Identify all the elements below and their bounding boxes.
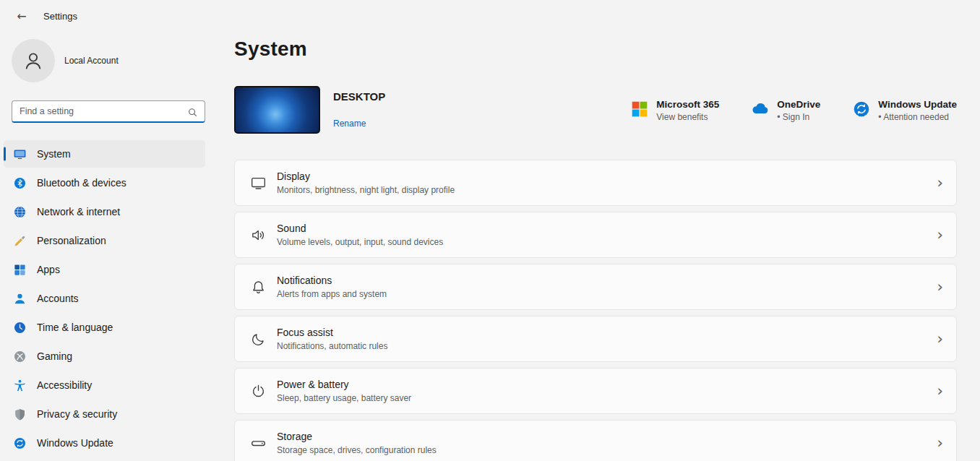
status-microsoft-365[interactable]: Microsoft 365 View benefits xyxy=(630,99,719,122)
chevron-right-icon: › xyxy=(937,228,943,243)
setting-subtitle: Notifications, automatic rules xyxy=(277,341,387,351)
device-info: DESKTOP Rename xyxy=(333,86,385,129)
update-icon xyxy=(852,100,871,119)
clock-icon xyxy=(13,321,27,335)
setting-row-storage[interactable]: Storage Storage space, drives, configura… xyxy=(234,420,957,461)
sidebar-item-accounts[interactable]: Accounts xyxy=(4,285,205,312)
sidebar-item-apps[interactable]: Apps xyxy=(4,256,205,283)
search-box xyxy=(12,100,205,123)
chevron-right-icon: › xyxy=(937,176,943,191)
moon-icon xyxy=(249,330,267,348)
account-row[interactable]: Local Account xyxy=(12,39,205,82)
settings-list: Display Monitors, brightness, night ligh… xyxy=(234,160,957,461)
search-icon[interactable] xyxy=(184,103,201,121)
sidebar-item-gaming[interactable]: Gaming xyxy=(4,342,205,370)
setting-row-display[interactable]: Display Monitors, brightness, night ligh… xyxy=(234,160,957,206)
sidebar-item-label: Privacy & security xyxy=(37,408,117,420)
status-group: Microsoft 365 View benefits OneDrive • S… xyxy=(630,86,957,122)
status-subtitle: • Attention needed xyxy=(878,112,957,122)
sidebar-item-time-language[interactable]: Time & language xyxy=(4,314,205,341)
sidebar-item-label: Network & internet xyxy=(37,206,120,217)
setting-title: Power & battery xyxy=(277,379,411,390)
status-windows-update[interactable]: Windows Update • Attention needed xyxy=(852,99,957,122)
app-title: Settings xyxy=(43,11,77,22)
apps-grid-icon xyxy=(13,263,27,277)
setting-subtitle: Monitors, brightness, night light, displ… xyxy=(277,185,455,195)
main-content: System DESKTOP Rename Microsoft 365 View… xyxy=(217,0,980,461)
sidebar-item-bluetooth-devices[interactable]: Bluetooth & devices xyxy=(4,169,205,197)
status-title: Windows Update xyxy=(878,99,957,110)
setting-row-focus-assist[interactable]: Focus assist Notifications, automatic ru… xyxy=(234,316,957,362)
sidebar-item-system[interactable]: System xyxy=(4,140,205,168)
device-thumbnail xyxy=(234,86,320,134)
speaker-icon xyxy=(249,226,267,244)
sidebar-item-label: Personalization xyxy=(37,235,106,246)
shield-icon xyxy=(13,408,27,421)
setting-title: Storage xyxy=(277,431,437,442)
setting-title: Sound xyxy=(277,223,443,234)
bluetooth-icon xyxy=(13,176,27,190)
sidebar-nav: System Bluetooth & devices Network & int… xyxy=(4,140,213,458)
sidebar-item-label: Accessibility xyxy=(37,379,92,391)
sidebar-item-network-internet[interactable]: Network & internet xyxy=(4,198,205,225)
device-header: DESKTOP Rename Microsoft 365 View benefi… xyxy=(234,86,957,134)
sidebar-item-label: Gaming xyxy=(37,350,72,362)
chevron-right-icon: › xyxy=(937,384,943,399)
titlebar: ← Settings xyxy=(0,0,217,32)
person-icon xyxy=(22,50,44,72)
setting-title: Focus assist xyxy=(277,327,387,338)
status-title: Microsoft 365 xyxy=(656,99,719,110)
sidebar-item-label: Bluetooth & devices xyxy=(37,177,126,189)
power-icon xyxy=(249,382,267,400)
person-icon xyxy=(13,292,27,306)
back-button[interactable]: ← xyxy=(12,6,32,26)
status-subtitle: • Sign In xyxy=(777,112,820,122)
sidebar-item-accessibility[interactable]: Accessibility xyxy=(4,371,205,399)
setting-title: Display xyxy=(277,171,455,182)
sidebar: ← Settings Local Account xyxy=(0,0,217,461)
rename-link[interactable]: Rename xyxy=(333,119,385,129)
microsoft-logo-icon xyxy=(630,100,649,119)
xbox-icon xyxy=(13,350,27,363)
avatar xyxy=(12,39,55,82)
setting-title: Notifications xyxy=(277,275,387,286)
chevron-right-icon: › xyxy=(937,280,943,295)
update-icon xyxy=(13,436,27,450)
setting-subtitle: Storage space, drives, configuration rul… xyxy=(277,445,437,455)
settings-window: ← Settings Local Account xyxy=(0,0,980,461)
sidebar-item-personalization[interactable]: Personalization xyxy=(4,227,205,254)
sidebar-item-label: Accounts xyxy=(37,293,79,304)
setting-subtitle: Volume levels, output, input, sound devi… xyxy=(277,237,443,247)
sidebar-item-label: Windows Update xyxy=(37,437,113,449)
status-title: OneDrive xyxy=(777,99,820,110)
device-name: DESKTOP xyxy=(333,90,385,103)
page-title: System xyxy=(234,38,957,61)
globe-icon xyxy=(13,205,27,219)
system-icon xyxy=(13,147,27,161)
drive-icon xyxy=(249,434,267,452)
chevron-right-icon: › xyxy=(937,332,943,347)
bell-icon xyxy=(249,278,267,296)
setting-subtitle: Alerts from apps and system xyxy=(277,289,387,299)
selected-indicator xyxy=(4,147,6,161)
setting-row-notifications[interactable]: Notifications Alerts from apps and syste… xyxy=(234,264,957,310)
onedrive-cloud-icon xyxy=(751,100,770,119)
status-subtitle: View benefits xyxy=(656,112,719,122)
sidebar-item-label: System xyxy=(37,148,71,160)
sidebar-item-label: Time & language xyxy=(37,322,113,333)
sidebar-item-privacy-security[interactable]: Privacy & security xyxy=(4,400,205,428)
setting-subtitle: Sleep, battery usage, battery saver xyxy=(277,393,411,403)
accessibility-icon xyxy=(13,379,27,392)
search-input[interactable] xyxy=(12,100,205,123)
status-onedrive[interactable]: OneDrive • Sign In xyxy=(751,99,820,122)
display-icon xyxy=(249,174,267,191)
setting-row-power-battery[interactable]: Power & battery Sleep, battery usage, ba… xyxy=(234,368,957,414)
sidebar-item-windows-update[interactable]: Windows Update xyxy=(4,429,205,457)
brush-icon xyxy=(13,234,27,248)
sidebar-item-label: Apps xyxy=(37,264,60,275)
account-name: Local Account xyxy=(64,56,119,66)
chevron-right-icon: › xyxy=(937,436,943,451)
setting-row-sound[interactable]: Sound Volume levels, output, input, soun… xyxy=(234,212,957,258)
